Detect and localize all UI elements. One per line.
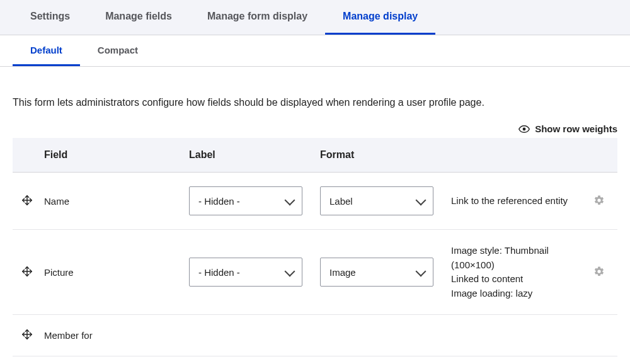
svg-point-0 xyxy=(523,127,526,130)
tab-manage-fields[interactable]: Manage fields xyxy=(88,0,190,35)
primary-tabs: Settings Manage fields Manage form displ… xyxy=(0,0,630,35)
page-description: This form lets administrators configure … xyxy=(13,97,617,108)
content-region: This form lets administrators configure … xyxy=(0,67,630,364)
label-select[interactable]: - Hidden - xyxy=(189,258,302,287)
format-select[interactable]: Label xyxy=(320,186,433,215)
subtab-default[interactable]: Default xyxy=(13,35,80,66)
tab-settings[interactable]: Settings xyxy=(13,0,88,35)
format-select[interactable]: Image xyxy=(320,258,433,287)
field-name: Name xyxy=(35,173,180,230)
column-header-format: Format xyxy=(311,138,442,173)
label-select[interactable]: - Hidden - xyxy=(189,186,302,215)
secondary-tabs: Default Compact xyxy=(0,35,630,67)
gear-icon[interactable] xyxy=(593,195,605,206)
show-row-weights-label: Show row weights xyxy=(535,123,617,134)
drag-handle-icon[interactable] xyxy=(21,266,33,277)
eye-icon xyxy=(518,125,530,133)
show-row-weights-toggle[interactable]: Show row weights xyxy=(13,123,617,134)
table-row: Picture - Hidden - Image Image style: Th… xyxy=(13,230,617,315)
column-header-label: Label xyxy=(180,138,311,173)
field-summary: Image style: Thumbnail (100×100) Linked … xyxy=(442,230,585,315)
table-row: EVA: Author content - EVA xyxy=(13,356,617,365)
drag-handle-icon[interactable] xyxy=(21,329,33,340)
gear-icon[interactable] xyxy=(593,266,605,277)
drag-handle-icon[interactable] xyxy=(21,195,33,206)
table-row: Member for xyxy=(13,315,617,356)
display-fields-table: Field Label Format Name xyxy=(13,138,617,364)
tab-manage-display[interactable]: Manage display xyxy=(325,0,435,35)
field-name: Picture xyxy=(35,230,180,315)
field-name: Member for xyxy=(35,315,617,356)
table-row: Name - Hidden - Label Link to the refere… xyxy=(13,173,617,230)
field-name: EVA: Author content - EVA xyxy=(35,356,617,365)
field-summary: Link to the referenced entity xyxy=(442,173,585,230)
tab-manage-form-display[interactable]: Manage form display xyxy=(190,0,325,35)
column-header-field: Field xyxy=(35,138,180,173)
subtab-compact[interactable]: Compact xyxy=(80,35,156,66)
